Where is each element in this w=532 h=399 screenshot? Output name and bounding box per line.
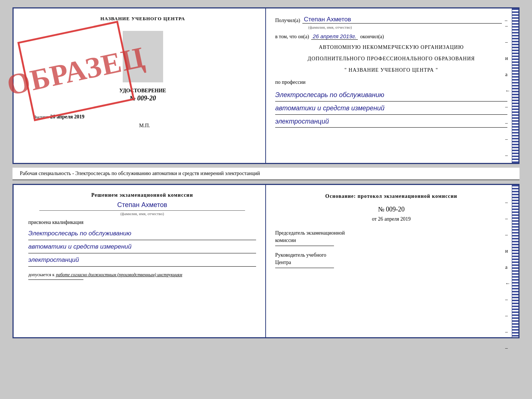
qual-text: Электрослесарь по обслуживанию автоматик…	[28, 228, 256, 267]
right-edge-decoration	[512, 8, 518, 163]
org-line1: АВТОНОМНУЮ НЕКОММЕРЧЕСКУЮ ОРГАНИЗАЦИЮ	[275, 43, 507, 51]
vtom-end: окончил(а)	[360, 34, 384, 40]
issued-line: Выдано 26 апреля 2019	[29, 114, 256, 120]
right-dashes: – – и а ← – – – –	[505, 23, 510, 158]
udost-label: УДОСТОВЕРЕНИЕ	[119, 88, 166, 94]
b2-name-subtext: (фамилия, имя, отчество)	[39, 210, 245, 216]
b2r-sign-line-2	[275, 268, 334, 268]
top-right-page: Получил(а) Степан Ахметов – (фамилия, им…	[266, 8, 518, 163]
qual-line2: автоматики и средств измерений	[28, 242, 256, 253]
received-line: Получил(а) Степан Ахметов –	[275, 16, 507, 24]
profession-label: по профессии	[275, 78, 507, 86]
b2r-dashes: – – – и а ← – – – –	[505, 200, 510, 351]
obrazec-stamp: ОБРАЗЕЦ	[17, 21, 135, 121]
b2r-number-prefix: №	[378, 206, 384, 213]
b2r-date-prefix: от	[372, 216, 377, 222]
org-line2: ДОПОЛНИТЕЛЬНОГО ПРОФЕССИОНАЛЬНОГО ОБРАЗО…	[275, 55, 507, 63]
profession-line2: автоматики и средств измерений	[275, 103, 507, 115]
role1: Председатель экзаменационной комиссии	[275, 229, 507, 244]
org-line3: " НАЗВАНИЕ УЧЕБНОГО ЦЕНТРА "	[275, 66, 507, 74]
bottom-booklet: Решением экзаменационной комиссии Степан…	[12, 184, 520, 338]
b2r-sign-line-1	[275, 246, 334, 246]
b2r-date-value: 26 апреля 2019	[378, 216, 411, 222]
b2r-edge-decoration	[512, 185, 518, 337]
issued-label: Выдано	[33, 114, 49, 120]
b2r-number-value: 009-20	[386, 206, 405, 213]
top-cert-title: НАЗВАНИЕ УЧЕБНОГО ЦЕНТРА	[100, 16, 185, 22]
b2-name: Степан Ахметов	[28, 201, 256, 209]
b2-heading: Решением экзаменационной комиссии	[28, 192, 256, 198]
issued-date: 26 апреля 2019	[50, 114, 85, 120]
b2r-date: от 26 апреля 2019	[275, 216, 507, 222]
role2-line2: Центра	[275, 260, 291, 265]
separator-bar: Рабочая специальность - Электрослесарь п…	[12, 168, 520, 180]
b2r-heading: Основание: протокол экзаменационной коми…	[275, 192, 507, 200]
vtom-line: в том, что он(а) 26 апреля 2019г. окончи…	[275, 33, 507, 40]
b2r-number: № 009-20	[275, 206, 507, 213]
profession-line1: Электрослесарь по обслуживанию	[275, 90, 507, 101]
допускается-line: допускается к работе согласно должностны…	[28, 272, 256, 278]
role1-line2: комиссии	[275, 238, 296, 243]
qual-line1: Электрослесарь по обслуживанию	[28, 228, 256, 240]
top-left-page: НАЗВАНИЕ УЧЕБНОГО ЦЕНТРА УДОСТОВЕРЕНИЕ №…	[14, 8, 266, 163]
separator-text: Рабочая специальность - Электрослесарь п…	[20, 171, 260, 176]
mp-label: М.П.	[136, 123, 150, 129]
role1-line1: Председатель экзаменационной	[275, 230, 345, 236]
received-label: Получил(а)	[275, 18, 300, 24]
role2-line1: Руководитель учебного	[275, 252, 326, 258]
received-subtext: (фамилия, имя, отчество)	[308, 25, 507, 29]
bottom-right-page: Основание: протокол экзаменационной коми…	[266, 185, 518, 337]
top-booklet: НАЗВАНИЕ УЧЕБНОГО ЦЕНТРА УДОСТОВЕРЕНИЕ №…	[12, 7, 520, 164]
допускается-label: допускается к	[28, 272, 54, 278]
cert-number: № 009-20	[130, 95, 156, 102]
profession-line3: электростанций	[275, 116, 507, 128]
received-name: Степан Ахметов	[302, 16, 502, 24]
role2: Руководитель учебного Центра	[275, 252, 507, 266]
photo-area	[123, 31, 163, 82]
bottom-left-page: Решением экзаменационной комиссии Степан…	[14, 185, 266, 337]
b2-sign-line-1	[28, 279, 83, 280]
assigned-label: присвоена квалификация	[28, 220, 256, 225]
vtom-date: 26 апреля 2019г.	[311, 33, 358, 40]
qual-line3: электростанций	[28, 255, 256, 267]
допускается-value: работе согласно должностным (производств…	[56, 272, 182, 278]
vtom-label: в том, что он(а)	[275, 34, 309, 40]
profession-text: Электрослесарь по обслуживанию автоматик…	[275, 90, 507, 128]
